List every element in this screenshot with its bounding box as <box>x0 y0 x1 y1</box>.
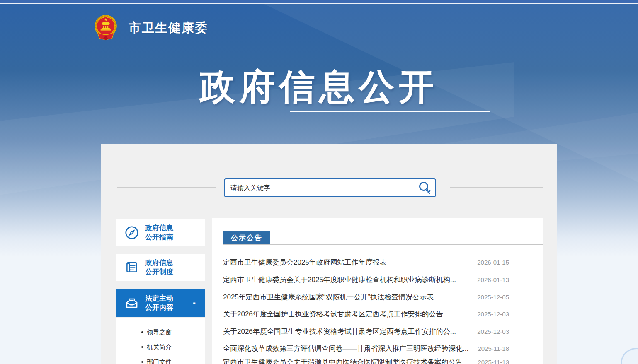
bullet-dot-icon <box>141 331 143 333</box>
article-date: 2026-01-15 <box>477 259 509 266</box>
submenu-item-label: 部门文件 <box>147 358 172 364</box>
top-accent-bar <box>0 0 638 3</box>
search-input[interactable] <box>225 179 418 196</box>
top-divider <box>0 3 638 4</box>
article-title: 关于2026年度全国卫生专业技术资格考试甘肃考区定西考点工作安排的公... <box>223 327 469 336</box>
site-logo[interactable]: 市卫生健康委 <box>92 13 208 42</box>
decorative-circle <box>621 348 638 364</box>
tab-public-announcements[interactable]: 公示公告 <box>223 231 270 245</box>
article-date: 2025-12-03 <box>477 311 509 318</box>
article-title: 定西市卫生健康委员会关于渭源县中西医结合医院限制类医疗技术备案的公告 <box>223 357 469 364</box>
title-underline <box>290 111 490 112</box>
sidebar-submenu: 领导之窗 机关简介 部门文件 <box>116 318 205 364</box>
search-divider-right <box>450 187 543 188</box>
book-icon <box>124 260 140 275</box>
submenu-item-label: 机关简介 <box>147 343 172 351</box>
article-date: 2025-12-03 <box>477 328 509 335</box>
sidebar-item-disclosure-system[interactable]: 政府信息 公开制度 <box>116 254 205 281</box>
page: 市卫生健康委 政府信息公开 <box>0 0 638 364</box>
site-name: 市卫生健康委 <box>129 19 208 36</box>
article-date: 2026-01-13 <box>477 276 509 283</box>
article-title: 定西市卫生健康委员会2025年政府网站工作年度报表 <box>223 258 469 267</box>
sidebar-item-label: 法定主动 <box>145 294 173 303</box>
bullet-dot-icon <box>141 361 143 363</box>
article-title: 关于2026年度全国护士执业资格考试甘肃考区定西考点工作安排的公告 <box>223 309 469 319</box>
sidebar-item-disclosure-guide[interactable]: 政府信息 公开指南 <box>116 219 205 246</box>
submenu-item-dept-documents[interactable]: 部门文件 <box>116 354 205 364</box>
bullet-dot-icon <box>141 346 143 348</box>
page-title: 政府信息公开 <box>0 63 638 111</box>
submenu-item-org-intro[interactable]: 机关简介 <box>116 340 205 354</box>
search-divider-left <box>117 187 216 188</box>
search-icon <box>418 181 431 195</box>
sidebar-item-label: 公开指南 <box>145 233 173 242</box>
search-box[interactable] <box>224 178 436 197</box>
submenu-item-label: 领导之窗 <box>147 328 172 336</box>
announcements-panel: 公示公告 定西市卫生健康委员会2025年政府网站工作年度报表 2026-01-1… <box>212 218 543 364</box>
article-link[interactable]: 关于2026年度全国护士执业资格考试甘肃考区定西考点工作安排的公告 2025-1… <box>212 308 543 320</box>
sidebar-item-label: 政府信息 <box>145 258 173 268</box>
article-link[interactable]: 定西市卫生健康委员会2025年政府网站工作年度报表 2026-01-15 <box>212 256 543 268</box>
article-link[interactable]: 关于2026年度全国卫生专业技术资格考试甘肃考区定西考点工作安排的公... 20… <box>212 325 543 337</box>
article-title: 2025年定西市卫生健康系统国家“双随机一公开”执法检查情况公示表 <box>223 292 469 302</box>
article-link[interactable]: 定西市卫生健康委员会关于渭源县中西医结合医院限制类医疗技术备案的公告 2025-… <box>212 356 543 364</box>
sidebar-item-label: 政府信息 <box>145 224 173 233</box>
submenu-item-leadership[interactable]: 领导之窗 <box>116 325 205 340</box>
sidebar-item-label: 公开内容 <box>145 303 173 312</box>
article-date: 2025-11-18 <box>478 345 509 352</box>
sidebar-item-label: 公开制度 <box>145 268 173 277</box>
article-title: 定西市卫生健康委员会关于2025年度职业健康检查机构和职业病诊断机构... <box>223 275 469 284</box>
article-date: 2025-12-05 <box>477 294 509 301</box>
content-panel: 政府信息 公开指南 政府信息 公开制度 <box>101 144 557 364</box>
search-button[interactable] <box>418 181 435 195</box>
compass-icon <box>124 225 140 241</box>
article-date: 2025-11-13 <box>478 359 509 364</box>
sidebar-item-statutory-disclosure[interactable]: 法定主动 公开内容 - <box>116 289 205 317</box>
article-link[interactable]: 全面深化改革成效第三方评估调查问卷——甘肃省深入推广三明医改经验深化... 20… <box>212 342 543 354</box>
national-emblem-icon <box>92 13 119 42</box>
inbox-icon <box>124 295 140 311</box>
article-link[interactable]: 定西市卫生健康委员会关于2025年度职业健康检查机构和职业病诊断机构... 20… <box>212 273 543 286</box>
collapse-indicator[interactable]: - <box>193 297 196 307</box>
tab-underline <box>223 244 543 245</box>
article-link[interactable]: 2025年定西市卫生健康系统国家“双随机一公开”执法检查情况公示表 2025-1… <box>212 291 543 303</box>
article-title: 全面深化改革成效第三方评估调查问卷——甘肃省深入推广三明医改经验深化... <box>223 344 469 353</box>
